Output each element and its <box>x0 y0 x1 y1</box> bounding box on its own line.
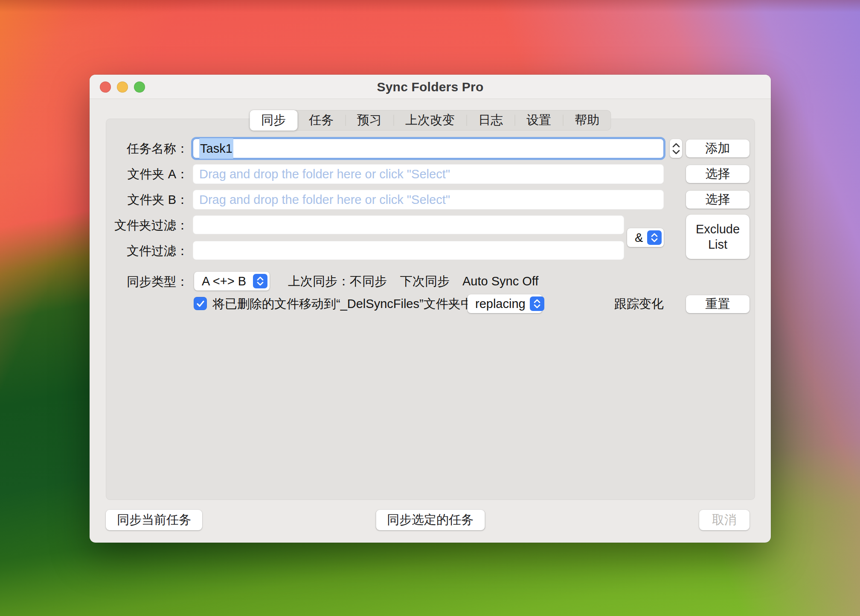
sync-current-task-button[interactable]: 同步当前任务 <box>106 510 202 530</box>
last-sync-label: 上次同步： <box>288 272 350 291</box>
task-name-value: Task1 <box>199 138 233 159</box>
move-deleted-checkbox[interactable] <box>194 297 207 310</box>
tab-tasks[interactable]: 任务 <box>297 110 345 131</box>
chevron-up-icon <box>672 142 680 148</box>
folder-a-select-button[interactable]: 选择 <box>686 165 750 183</box>
next-sync-label: 下次同步 <box>400 272 450 291</box>
tab-last-changes[interactable]: 上次改变 <box>394 110 466 131</box>
add-task-button[interactable]: 添加 <box>686 139 750 157</box>
track-changes-label: 跟踪变化 <box>614 294 664 313</box>
file-filter-label: 文件过滤： <box>106 241 189 261</box>
folder-filter-input[interactable] <box>193 215 624 234</box>
sync-type-value: A <+> B <box>202 274 246 288</box>
folder-a-input[interactable] <box>193 164 664 184</box>
exclude-list-button[interactable]: Exclude List <box>686 215 750 259</box>
titlebar: Sync Folders Pro <box>90 75 771 99</box>
sync-form-panel: 任务名称： Task1 添加 文件夹 A： 选择 文件夹 B： 选择 文件夹过滤… <box>106 119 755 500</box>
folder-a-label: 文件夹 A： <box>106 164 189 184</box>
filter-operator-value: & <box>635 231 643 245</box>
sync-type-label: 同步类型： <box>106 272 189 291</box>
task-stepper[interactable] <box>670 139 682 158</box>
folder-b-input[interactable] <box>193 190 664 209</box>
popup-chevrons-icon <box>530 296 544 311</box>
task-name-label: 任务名称： <box>106 139 189 158</box>
replace-mode-popup[interactable]: replacing <box>468 294 542 313</box>
window-title: Sync Folders Pro <box>90 75 771 99</box>
tab-settings[interactable]: 设置 <box>515 110 563 131</box>
folder-filter-label: 文件夹过滤： <box>106 215 189 235</box>
file-filter-input[interactable] <box>193 241 624 260</box>
sync-type-popup[interactable]: A <+> B <box>194 272 270 291</box>
tab-help[interactable]: 帮助 <box>563 110 611 131</box>
sync-folders-pro-window: Sync Folders Pro 同步 任务 预习 上次改变 日志 设置 帮助 … <box>90 75 771 543</box>
popup-chevrons-icon <box>253 274 267 288</box>
filter-operator-popup[interactable]: & <box>627 228 664 247</box>
task-name-input[interactable]: Task1 <box>193 139 664 158</box>
reset-button[interactable]: 重置 <box>686 295 750 313</box>
next-sync-value: Auto Sync Off <box>462 272 538 291</box>
tab-preview[interactable]: 预习 <box>346 110 393 131</box>
last-sync-value: 不同步 <box>350 272 387 291</box>
replace-mode-value: replacing <box>475 297 526 311</box>
tab-sync[interactable]: 同步 <box>250 110 297 131</box>
chevron-down-icon <box>672 150 680 155</box>
sync-selected-tasks-button[interactable]: 同步选定的任务 <box>376 510 485 530</box>
popup-chevrons-icon <box>647 230 662 245</box>
tab-bar: 同步 任务 预习 上次改变 日志 设置 帮助 <box>250 110 611 131</box>
tab-log[interactable]: 日志 <box>467 110 514 131</box>
checkmark-icon <box>196 300 205 308</box>
cancel-button[interactable]: 取消 <box>699 510 750 530</box>
move-deleted-label: 将已删除的文件移动到“_DelSyncFiles”文件夹中 <box>212 294 473 313</box>
folder-b-select-button[interactable]: 选择 <box>686 191 750 209</box>
folder-b-label: 文件夹 B： <box>106 190 189 209</box>
